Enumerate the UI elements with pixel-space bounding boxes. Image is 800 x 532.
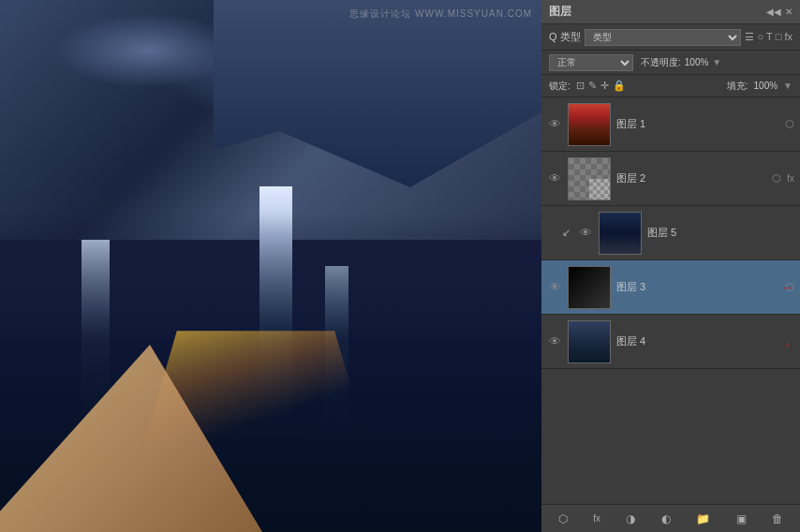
filter-icon-grid[interactable]: ☰ bbox=[745, 31, 754, 43]
toolbar-delete-icon[interactable]: 🗑 bbox=[768, 510, 787, 527]
filter-row: Q 类型 类型 ☰ ○ T □ fx bbox=[541, 24, 800, 51]
layer-name-2: 图层 2 bbox=[616, 171, 766, 185]
thumb-city2-image bbox=[569, 321, 610, 362]
toolbar-fx-icon[interactable]: fx bbox=[589, 511, 604, 525]
layer-visibility-3[interactable]: 👁 bbox=[547, 280, 562, 294]
filter-icon-shape[interactable]: □ bbox=[776, 31, 782, 43]
filter-icon-circle[interactable]: ○ bbox=[757, 31, 763, 43]
layer-link-1[interactable]: ⬡ bbox=[785, 118, 794, 130]
toolbar-mask-icon[interactable]: ◑ bbox=[622, 510, 639, 527]
toolbar-group-icon[interactable]: 📁 bbox=[692, 510, 714, 527]
layer-name-5: 图层 5 bbox=[647, 226, 794, 240]
toolbar-adjustment-icon[interactable]: ◐ bbox=[658, 510, 674, 527]
toolbar-new-icon[interactable]: ▣ bbox=[733, 510, 750, 527]
lock-icons: ⊡ ✎ ✛ 🔒 bbox=[576, 80, 626, 92]
lock-icon-transparent[interactable]: ⊡ bbox=[576, 80, 585, 92]
lock-icon-all[interactable]: 🔒 bbox=[613, 80, 626, 92]
layer-visibility-2[interactable]: 👁 bbox=[547, 171, 562, 185]
lock-label: 锁定: bbox=[549, 80, 570, 93]
toolbar-link-icon[interactable]: ⬡ bbox=[555, 510, 571, 527]
panel-header: 图层 ◀◀ ✕ bbox=[541, 0, 800, 24]
red-arrow-down-4: ↓ bbox=[784, 334, 791, 349]
panel-title: 图层 bbox=[549, 4, 571, 20]
layer-thumb-4 bbox=[568, 320, 611, 363]
layers-panel: 图层 ◀◀ ✕ Q 类型 类型 ☰ ○ T □ fx 正常 bbox=[541, 0, 800, 532]
layer-visibility-5[interactable]: 👁 bbox=[578, 226, 593, 240]
fill-value: 100% bbox=[754, 81, 778, 91]
layer-thumb-2 bbox=[568, 157, 611, 200]
layer-visibility-4[interactable]: 👁 bbox=[547, 334, 562, 348]
lock-icon-paint[interactable]: ✎ bbox=[588, 80, 597, 92]
blend-mode-row: 正常 不透明度: 100% ▼ bbox=[541, 51, 800, 75]
layer-item-3[interactable]: 👁 图层 3 ⬡ ← bbox=[541, 260, 800, 315]
layer-visibility-1[interactable]: 👁 bbox=[547, 117, 562, 131]
filter-type-select[interactable]: 类型 bbox=[585, 29, 742, 46]
layer-thumb-3 bbox=[568, 266, 611, 309]
watermark: 思缘设计论坛 WWW.MISSYUAN.COM bbox=[349, 7, 532, 21]
fill-label: 填充: bbox=[727, 80, 748, 93]
layer-item-1[interactable]: 👁 图层 1 ⬡ bbox=[541, 97, 800, 152]
layer-name-1: 图层 1 bbox=[616, 117, 779, 131]
opacity-value: 100% bbox=[685, 57, 709, 67]
canvas-area: 思缘设计论坛 WWW.MISSYUAN.COM bbox=[0, 0, 541, 532]
thumb-night-city-image bbox=[600, 213, 641, 254]
layer-item-5[interactable]: ↙ 👁 图层 5 ​ bbox=[541, 206, 800, 260]
clip-indicator-5: ↙ bbox=[562, 227, 570, 239]
panels-area: 图层 ◀◀ ✕ Q 类型 类型 ☰ ○ T □ fx 正常 bbox=[541, 0, 800, 532]
layer-name-3: 图层 3 bbox=[616, 280, 779, 294]
panel-collapse-button[interactable]: ◀◀ bbox=[766, 7, 781, 17]
lock-icon-move[interactable]: ✛ bbox=[600, 80, 609, 92]
layer-item-2[interactable]: 👁 图层 2 ⬡ fx bbox=[541, 152, 800, 206]
thumb-black-image bbox=[569, 267, 610, 308]
panel-close-button[interactable]: ✕ bbox=[785, 7, 793, 17]
thumb-city-image bbox=[569, 104, 610, 145]
filter-label: Q 类型 bbox=[549, 30, 581, 44]
layer-link-2[interactable]: ⬡ bbox=[772, 172, 781, 185]
layer-item-4[interactable]: 👁 图层 4 ↓ bbox=[541, 315, 800, 369]
thumb-checker-small bbox=[589, 179, 610, 200]
canvas-content bbox=[0, 0, 541, 532]
filter-icon-fx[interactable]: fx bbox=[784, 31, 793, 43]
opacity-dropdown-icon[interactable]: ▼ bbox=[712, 57, 721, 67]
filter-icons: ☰ ○ T □ fx bbox=[745, 31, 793, 43]
lock-row: 锁定: ⊡ ✎ ✛ 🔒 填充: 100% ▼ bbox=[541, 75, 800, 97]
red-arrow-right-3: ← bbox=[781, 280, 794, 295]
opacity-label: 不透明度: bbox=[641, 56, 681, 69]
layers-list: 👁 图层 1 ⬡ 👁 图层 2 ⬡ fx ↙ bbox=[541, 97, 800, 504]
layer-thumb-5 bbox=[599, 212, 642, 255]
panel-toolbar: ⬡ fx ◑ ◐ 📁 ▣ 🗑 bbox=[541, 504, 800, 532]
layer-name-4: 图层 4 bbox=[616, 334, 794, 348]
filter-icon-text[interactable]: T bbox=[766, 31, 773, 43]
blend-mode-select[interactable]: 正常 bbox=[549, 54, 633, 71]
panel-controls: ◀◀ ✕ bbox=[766, 7, 793, 17]
fill-dropdown-icon[interactable]: ▼ bbox=[783, 81, 793, 91]
layer-thumb-1 bbox=[568, 103, 611, 146]
layer-fx-2: fx bbox=[787, 173, 794, 184]
